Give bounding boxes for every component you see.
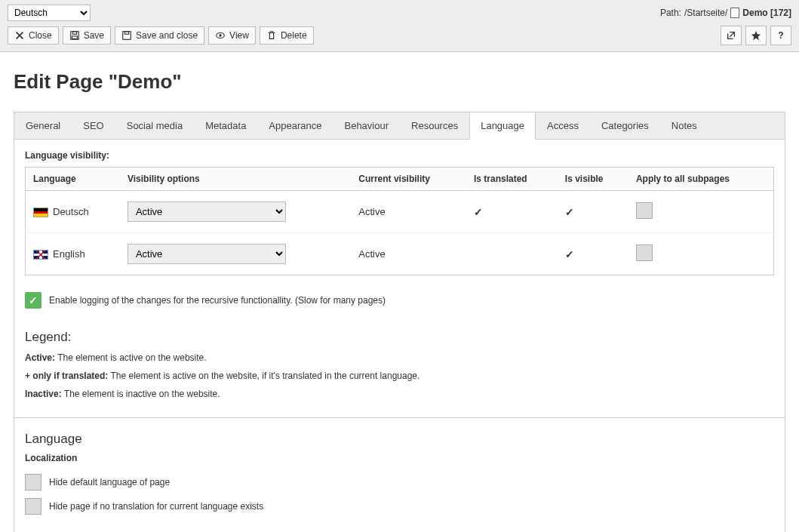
tab-general[interactable]: General xyxy=(14,112,72,139)
current-visibility: Active xyxy=(351,191,466,233)
is-visible-cell: ✓ xyxy=(558,191,628,233)
tab-categories[interactable]: Categories xyxy=(590,112,660,139)
help-icon: ? xyxy=(778,30,783,41)
visibility-table: Language Visibility options Current visi… xyxy=(25,167,774,275)
eye-icon xyxy=(215,30,226,41)
visibility-select[interactable]: Active xyxy=(128,201,286,222)
enable-logging-label: Enable logging of the changes for the re… xyxy=(49,295,386,306)
tab-access[interactable]: Access xyxy=(536,112,590,139)
file-icon xyxy=(730,8,739,18)
topbar: Deutsch Path: /Startseite/ Demo [172] Cl… xyxy=(0,0,799,52)
tab-metadata[interactable]: Metadata xyxy=(194,112,257,139)
close-icon xyxy=(14,30,25,41)
trash-icon xyxy=(266,30,277,41)
svg-rect-3 xyxy=(123,32,131,40)
save-and-close-button[interactable]: Save and close xyxy=(115,26,204,45)
visibility-select[interactable]: Active xyxy=(128,244,286,264)
language-panel: Language visibility: Language Visibility… xyxy=(14,140,785,418)
tabs: GeneralSEOSocial mediaMetadataAppearance… xyxy=(14,112,785,140)
localization-subtitle: Localization xyxy=(25,453,774,463)
localization-panel: Language Localization Hide default langu… xyxy=(14,418,785,532)
legend-active: Active: The element is active on the web… xyxy=(25,352,774,363)
legend-title: Legend: xyxy=(25,330,774,345)
hide-no-translation-checkbox[interactable] xyxy=(25,498,41,515)
save-button[interactable]: Save xyxy=(63,26,111,45)
save-icon xyxy=(69,30,80,41)
svg-point-6 xyxy=(219,34,222,37)
save-close-icon xyxy=(121,30,132,41)
enable-logging-row: Enable logging of the changes for the re… xyxy=(25,292,386,309)
col-options: Visibility options xyxy=(120,168,351,191)
tab-behaviour[interactable]: Behaviour xyxy=(333,112,400,139)
hide-no-translation-label: Hide page if no translation for current … xyxy=(49,501,263,512)
hide-default-label: Hide default language of page xyxy=(49,477,170,487)
table-row: EnglishActiveActive✓ xyxy=(26,233,774,275)
apply-subpages-checkbox[interactable] xyxy=(636,244,653,261)
bookmark-button[interactable] xyxy=(745,26,767,45)
deutsch-flag-icon xyxy=(33,208,48,217)
tab-appearance[interactable]: Appearance xyxy=(257,112,333,139)
close-button[interactable]: Close xyxy=(8,26,59,45)
enable-logging-checkbox[interactable] xyxy=(25,292,41,309)
svg-rect-2 xyxy=(72,36,77,39)
tab-social-media[interactable]: Social media xyxy=(115,112,194,139)
col-language: Language xyxy=(26,168,120,191)
view-button[interactable]: View xyxy=(208,26,256,45)
col-apply: Apply to all subpages xyxy=(628,168,774,191)
svg-rect-4 xyxy=(124,32,128,35)
is-translated-cell xyxy=(466,233,558,275)
breadcrumb: Path: /Startseite/ Demo [172] xyxy=(660,8,791,18)
table-row: DeutschActiveActive✓✓ xyxy=(26,191,774,233)
is-visible-cell: ✓ xyxy=(558,233,628,275)
language-selector[interactable]: Deutsch xyxy=(8,5,91,21)
col-translated: Is translated xyxy=(466,168,558,191)
page-title: Edit Page "Demo" xyxy=(14,70,785,94)
legend-inactive: Inactive: The element is inactive on the… xyxy=(25,389,774,399)
localization-title: Language xyxy=(25,432,774,447)
star-icon xyxy=(751,30,761,41)
current-visibility: Active xyxy=(351,233,466,275)
legend-only-translated: + only if translated: The element is act… xyxy=(25,371,774,381)
apply-subpages-checkbox[interactable] xyxy=(636,202,653,219)
tab-notes[interactable]: Notes xyxy=(660,112,708,139)
open-external-button[interactable] xyxy=(721,26,742,45)
hide-default-checkbox[interactable] xyxy=(25,474,41,490)
visibility-label: Language visibility: xyxy=(25,150,774,161)
check-icon: ✓ xyxy=(474,206,483,218)
col-current: Current visibility xyxy=(351,168,466,191)
english-flag-icon xyxy=(33,250,48,260)
hide-default-row: Hide default language of page xyxy=(25,474,774,490)
check-icon: ✓ xyxy=(565,206,574,218)
is-translated-cell: ✓ xyxy=(466,191,558,233)
external-link-icon xyxy=(726,30,736,41)
help-button[interactable]: ? xyxy=(770,26,791,45)
delete-button[interactable]: Delete xyxy=(260,26,314,45)
col-visible: Is visible xyxy=(558,168,628,191)
language-label: Deutsch xyxy=(53,206,89,217)
svg-rect-1 xyxy=(72,32,76,35)
tab-language[interactable]: Language xyxy=(469,112,536,140)
toolbar: Close Save Save and close View Delete xyxy=(8,26,314,45)
hide-no-translation-row: Hide page if no translation for current … xyxy=(25,498,774,515)
tab-seo[interactable]: SEO xyxy=(72,112,115,139)
check-icon: ✓ xyxy=(565,248,574,260)
language-label: English xyxy=(53,248,85,260)
tab-resources[interactable]: Resources xyxy=(400,112,469,139)
